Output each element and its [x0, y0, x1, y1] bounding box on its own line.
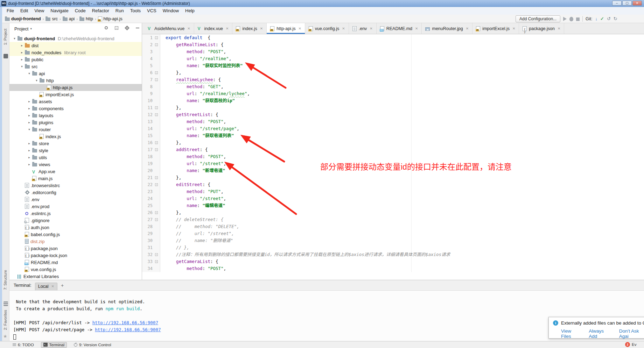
- tab-importExcel.js[interactable]: importExcel.js✕: [472, 23, 519, 34]
- code-line-23[interactable]: 23 method: "PUT",: [142, 188, 644, 195]
- code-line-22[interactable]: 22 editStreet: {: [142, 181, 644, 188]
- code-line-31[interactable]: 31 // },: [142, 244, 644, 251]
- project-tool-icon[interactable]: [4, 54, 8, 58]
- fold-icon[interactable]: [155, 218, 158, 221]
- tree-item-External Libraries[interactable]: External Libraries: [9, 273, 142, 280]
- code-line-27[interactable]: 27 // deleteStreet: {: [142, 216, 644, 223]
- add-configuration-button[interactable]: Add Configuration...: [516, 15, 560, 22]
- menu-help[interactable]: Help: [182, 7, 198, 15]
- menu-navigate[interactable]: Navigate: [47, 7, 71, 15]
- tree-item-.env.prod[interactable]: .env.prod: [9, 203, 142, 210]
- close-icon[interactable]: ✕: [298, 27, 301, 30]
- tree-item-views[interactable]: ▸views: [9, 161, 142, 168]
- event-log[interactable]: 2 Ev: [625, 342, 636, 347]
- fold-icon[interactable]: [155, 36, 158, 39]
- fold-icon[interactable]: [155, 78, 158, 81]
- tab-menuRouter.jpg[interactable]: menuRouter.jpg✕: [422, 23, 472, 34]
- chevron-right-icon[interactable]: ▸: [19, 44, 25, 47]
- close-icon[interactable]: ✕: [226, 27, 229, 30]
- close-icon[interactable]: ✕: [512, 27, 515, 30]
- code-line-12[interactable]: 12 getStreetList: {: [142, 111, 644, 118]
- chevron-right-icon[interactable]: ▸: [26, 156, 32, 159]
- code-line-9[interactable]: 9 url: "/realTime/lychee",: [142, 90, 644, 97]
- code-line-28[interactable]: 28 // method: "DELETE",: [142, 223, 644, 230]
- code-line-5[interactable]: 5 name: "获取实时监控列表": [142, 62, 644, 69]
- git-history-icon[interactable]: ↺: [607, 16, 611, 21]
- tree-item-babel.config.js[interactable]: babel.config.js: [9, 231, 142, 238]
- fold-icon[interactable]: [155, 148, 158, 151]
- close-icon[interactable]: ✕: [187, 27, 190, 30]
- menu-edit[interactable]: Edit: [17, 7, 31, 15]
- tab-README.md[interactable]: README.md✕: [377, 23, 422, 34]
- close-button[interactable]: ✕: [632, 1, 642, 6]
- fold-icon[interactable]: [155, 176, 158, 179]
- status-item-terminal[interactable]: >_Terminal: [41, 342, 67, 348]
- tab-.env[interactable]: .env✕: [349, 23, 377, 34]
- run-icon[interactable]: [563, 17, 567, 21]
- close-icon[interactable]: ✕: [558, 27, 560, 30]
- code-line-8[interactable]: 8 method: "GET",: [142, 83, 644, 90]
- breadcrumb-http[interactable]: http: [79, 16, 93, 21]
- chevron-down-icon[interactable]: ▾: [34, 79, 40, 82]
- tab-vue.config.js[interactable]: vue.config.js✕: [305, 23, 349, 34]
- tree-item-.gitignore[interactable]: .gitignore: [9, 217, 142, 224]
- hide-panel-icon[interactable]: [136, 28, 139, 28]
- close-icon[interactable]: ✕: [342, 27, 345, 30]
- close-icon[interactable]: ✕: [415, 27, 418, 30]
- chevron-right-icon[interactable]: ▸: [26, 121, 32, 124]
- code-line-32[interactable]: 32 //注释：所有用到删除的接口都需要拼接变量id，所以请求方式采用了挂载在原…: [142, 251, 644, 258]
- tree-item-http[interactable]: ▾http: [9, 77, 142, 84]
- tree-item-plugins[interactable]: ▸plugins: [9, 119, 142, 126]
- code-line-6[interactable]: 6 },: [142, 69, 644, 76]
- tree-item-.eslintrc.js[interactable]: .eslintrc.js: [9, 210, 142, 217]
- tree-item-.editorconfig[interactable]: .editorconfig: [9, 189, 142, 196]
- favorites-star-icon[interactable]: ★: [3, 334, 7, 339]
- breadcrumb-duoji-frontend[interactable]: duoji-frontend: [5, 16, 41, 21]
- tool-window-project[interactable]: 1: Project: [3, 29, 7, 45]
- close-icon[interactable]: ✕: [466, 27, 469, 30]
- menu-view[interactable]: View: [31, 7, 47, 15]
- tree-item-App.vue[interactable]: App.vue: [9, 168, 142, 175]
- close-icon[interactable]: ✕: [51, 284, 54, 288]
- tree-item-dist[interactable]: ▸dist: [9, 42, 142, 49]
- tree-item-dist.zip[interactable]: dist.zip: [9, 238, 142, 245]
- menu-tools[interactable]: Tools: [127, 7, 144, 15]
- tab-package.json[interactable]: package.json✕: [519, 23, 564, 34]
- code-line-24[interactable]: 24 url: "/street",: [142, 195, 644, 202]
- tree-item-http-api.js[interactable]: http-api.js: [9, 84, 142, 91]
- fold-icon[interactable]: [155, 113, 158, 116]
- chevron-right-icon[interactable]: ▸: [26, 100, 32, 103]
- tree-item-store[interactable]: ▸store: [9, 140, 142, 147]
- code-line-11[interactable]: 11 },: [142, 104, 644, 111]
- fold-icon[interactable]: [155, 260, 158, 263]
- chevron-right-icon[interactable]: ▸: [19, 58, 25, 61]
- stop-icon[interactable]: [576, 17, 580, 21]
- tree-item-package.json[interactable]: package.json: [9, 245, 142, 252]
- chevron-down-icon[interactable]: ▾: [26, 72, 32, 75]
- tree-item-.browserslistrc[interactable]: .browserslistrc: [9, 182, 142, 189]
- always-add-link[interactable]: Always Add: [589, 328, 610, 339]
- tree-item-assets[interactable]: ▸assets: [9, 98, 142, 105]
- chevron-right-icon[interactable]: ▸: [19, 51, 25, 54]
- code-line-21[interactable]: 21 },: [142, 174, 644, 181]
- git-commit-icon[interactable]: ✓: [600, 16, 604, 21]
- code-line-18[interactable]: 18 method: "POST",: [142, 153, 644, 160]
- chevron-right-icon[interactable]: ▸: [26, 114, 32, 117]
- code-line-10[interactable]: 10 name: "获取荔枝的ip": [142, 97, 644, 104]
- fold-icon[interactable]: [155, 253, 158, 256]
- terminal-link[interactable]: http://192.168.66.56:9007: [95, 327, 161, 332]
- tree-item-vue.config.js[interactable]: vue.config.js: [9, 266, 142, 273]
- fold-icon[interactable]: [155, 211, 158, 214]
- code-line-29[interactable]: 29 // url: "/street",: [142, 230, 644, 237]
- tool-window-structure[interactable]: 7: Structure: [3, 270, 7, 290]
- tree-item-components[interactable]: ▸components: [9, 105, 142, 112]
- chevron-right-icon[interactable]: ▸: [26, 163, 32, 166]
- fold-icon[interactable]: [155, 106, 158, 109]
- chevron-down-icon[interactable]: ▾: [19, 65, 25, 68]
- code-line-26[interactable]: 26 },: [142, 209, 644, 216]
- close-icon[interactable]: ✕: [370, 27, 372, 30]
- git-rollback-icon[interactable]: ↻: [614, 16, 617, 21]
- tree-item-main.js[interactable]: main.js: [9, 175, 142, 182]
- breadcrumb-src[interactable]: src: [46, 16, 58, 21]
- tool-window-favorites[interactable]: 2: Favorites: [3, 310, 7, 330]
